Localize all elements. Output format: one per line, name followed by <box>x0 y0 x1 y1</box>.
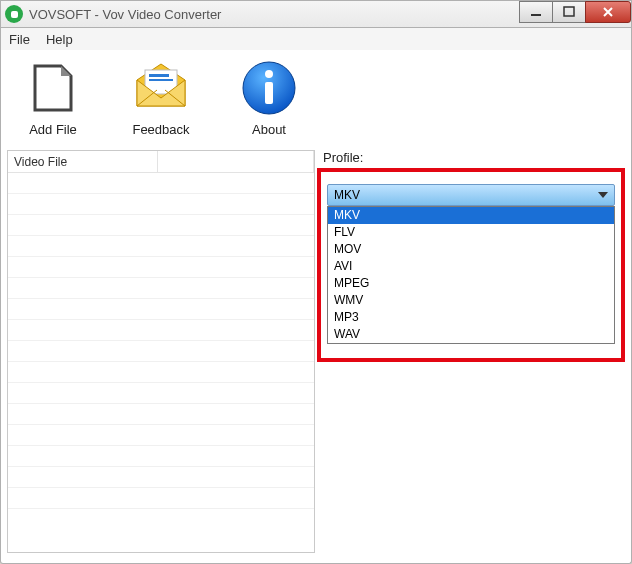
add-file-label: Add File <box>29 122 77 137</box>
table-row <box>8 299 314 320</box>
app-icon <box>5 5 23 23</box>
file-list-header: Video File <box>8 151 314 173</box>
profile-option[interactable]: MPEG <box>328 275 614 292</box>
profile-option[interactable]: WMV <box>328 292 614 309</box>
profile-option[interactable]: MOV <box>328 241 614 258</box>
right-pane: Profile: MKV MKV FLV MOV AVI MPEG WMV MP… <box>315 150 625 553</box>
table-row <box>8 236 314 257</box>
menu-file[interactable]: File <box>9 32 30 47</box>
toolbar: Add File Feedback <box>1 50 631 137</box>
table-row <box>8 467 314 488</box>
table-row <box>8 446 314 467</box>
about-icon <box>237 56 301 120</box>
chevron-down-icon <box>598 192 608 198</box>
minimize-button[interactable] <box>519 1 553 23</box>
profile-label: Profile: <box>321 150 625 165</box>
table-row <box>8 173 314 194</box>
app-body: Add File Feedback <box>0 50 632 564</box>
table-row <box>8 404 314 425</box>
add-file-icon <box>21 56 85 120</box>
svg-rect-0 <box>531 14 541 16</box>
profile-dropdown: MKV FLV MOV AVI MPEG WMV MP3 WAV <box>327 206 615 344</box>
svg-rect-3 <box>149 74 169 77</box>
menubar: File Help <box>0 28 632 50</box>
table-row <box>8 425 314 446</box>
profile-selected-value: MKV <box>334 188 360 202</box>
profile-option[interactable]: FLV <box>328 224 614 241</box>
close-button[interactable] <box>585 1 631 23</box>
add-file-button[interactable]: Add File <box>13 56 93 137</box>
table-row <box>8 341 314 362</box>
feedback-label: Feedback <box>132 122 189 137</box>
column-video-file[interactable]: Video File <box>8 151 158 172</box>
file-list-rows[interactable] <box>8 173 314 552</box>
table-row <box>8 257 314 278</box>
profile-option[interactable]: MP3 <box>328 309 614 326</box>
profile-option[interactable]: WAV <box>328 326 614 343</box>
table-row <box>8 320 314 341</box>
profile-option[interactable]: MKV <box>328 207 614 224</box>
table-row <box>8 488 314 509</box>
column-2[interactable] <box>158 151 314 172</box>
file-list: Video File <box>7 150 315 553</box>
profile-select[interactable]: MKV <box>327 184 615 206</box>
profile-option[interactable]: AVI <box>328 258 614 275</box>
feedback-icon <box>129 56 193 120</box>
titlebar: VOVSOFT - Vov Video Converter <box>0 0 632 28</box>
table-row <box>8 194 314 215</box>
table-row <box>8 362 314 383</box>
svg-rect-1 <box>564 7 574 16</box>
about-button[interactable]: About <box>229 56 309 137</box>
maximize-button[interactable] <box>552 1 586 23</box>
table-row <box>8 215 314 236</box>
table-row <box>8 278 314 299</box>
table-row <box>8 383 314 404</box>
feedback-button[interactable]: Feedback <box>121 56 201 137</box>
svg-point-6 <box>265 70 273 78</box>
svg-rect-7 <box>265 82 273 104</box>
svg-rect-4 <box>149 79 173 81</box>
about-label: About <box>252 122 286 137</box>
content-area: Video File <box>7 150 625 553</box>
window-title: VOVSOFT - Vov Video Converter <box>29 7 221 22</box>
menu-help[interactable]: Help <box>46 32 73 47</box>
window-buttons <box>520 1 631 23</box>
